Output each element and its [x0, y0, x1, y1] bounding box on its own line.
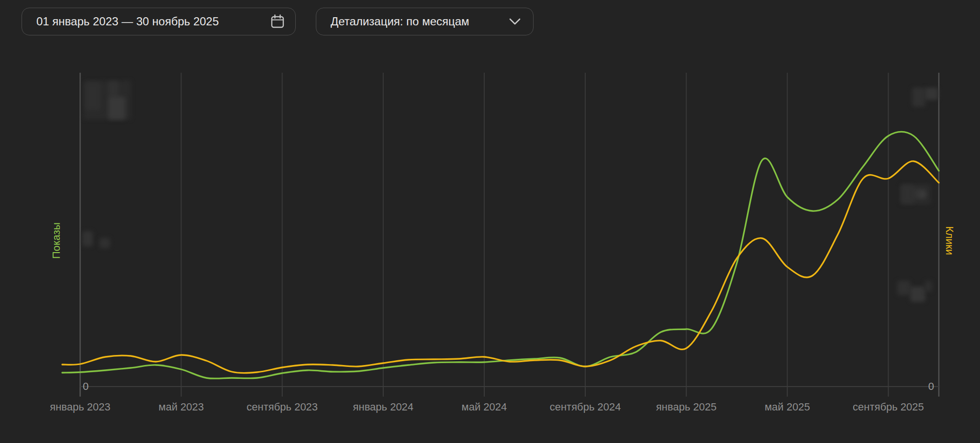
series-line-Показы	[62, 132, 939, 378]
x-tick-label: январь 2023	[50, 401, 111, 413]
right-axis-title: Клики	[944, 226, 956, 255]
x-tick-label: май 2023	[158, 401, 204, 413]
granularity-label: Детализация: по месяцам	[331, 15, 469, 28]
left-axis-title: Показы	[50, 222, 62, 259]
x-tick-label: май 2024	[462, 401, 507, 413]
right-axis-zero-label: 0	[928, 380, 934, 392]
x-tick-label: сентябрь 2023	[246, 401, 318, 413]
x-tick-label: январь 2025	[656, 401, 717, 413]
x-tick-label: сентябрь 2024	[550, 401, 621, 413]
chevron-down-icon	[509, 18, 521, 25]
x-tick-label: сентябрь 2025	[853, 401, 924, 413]
series-line-Клики	[62, 161, 939, 373]
granularity-dropdown[interactable]: Детализация: по месяцам	[316, 8, 534, 35]
traffic-chart[interactable]: январь 2023май 2023сентябрь 2023январь 2…	[0, 0, 980, 443]
calendar-icon	[270, 14, 285, 29]
chart-canvas[interactable]: январь 2023май 2023сентябрь 2023январь 2…	[0, 0, 980, 443]
left-axis-zero-label: 0	[83, 380, 89, 392]
date-range-label: 01 январь 2023 — 30 ноябрь 2025	[36, 15, 219, 28]
x-tick-label: май 2025	[765, 401, 810, 413]
toolbar: 01 январь 2023 — 30 ноябрь 2025 Детализа…	[0, 0, 980, 48]
x-tick-label: январь 2024	[353, 401, 414, 413]
date-range-button[interactable]: 01 январь 2023 — 30 ноябрь 2025	[22, 8, 296, 35]
